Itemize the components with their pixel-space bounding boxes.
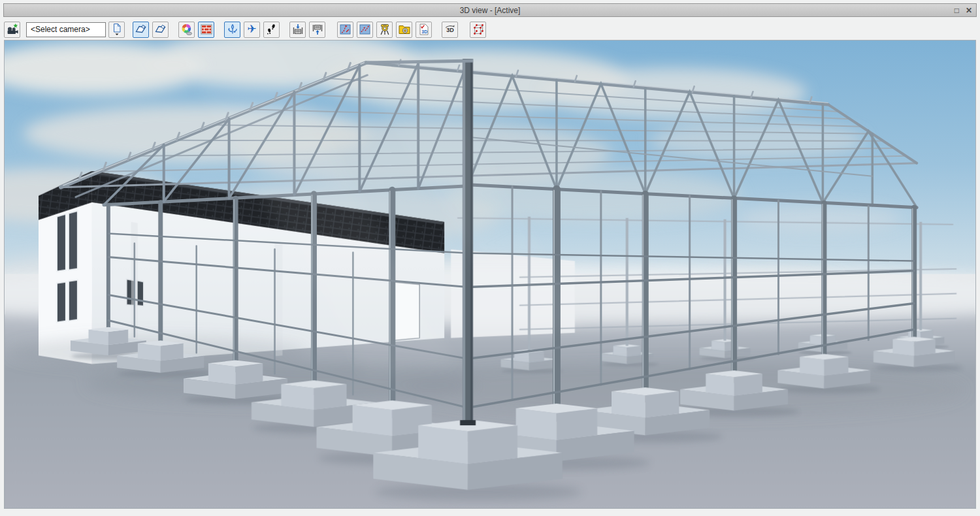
bricks-icon	[200, 23, 213, 36]
svg-text:3D: 3D	[421, 29, 427, 34]
press-up-icon	[311, 23, 324, 36]
rotate-3d-view-button[interactable]: 3D	[442, 22, 458, 38]
camera-tripod-button[interactable]	[376, 22, 393, 38]
view-toolbar: <Select camera>	[4, 20, 976, 39]
viewport-3d-scene	[5, 40, 975, 508]
close-button[interactable]: ✕	[966, 7, 972, 14]
press-down-icon	[291, 23, 304, 36]
tripod-camera-icon	[378, 23, 391, 36]
camera-press-up-button[interactable]	[309, 22, 325, 38]
camera-press-down-button[interactable]	[289, 22, 306, 38]
export-3d-button[interactable]: 3D	[416, 22, 432, 38]
path-arrows-icon	[359, 23, 372, 36]
work-area-grid-button[interactable]	[470, 22, 486, 38]
document-3d-icon: 3D	[417, 23, 431, 36]
snapshot-button[interactable]	[396, 22, 412, 38]
orbit-pin-icon	[226, 23, 239, 36]
path-arrow-up-icon	[339, 23, 352, 36]
orbit-mode-button[interactable]	[224, 22, 240, 38]
camera-select[interactable]: <Select camera>	[26, 22, 106, 37]
movie-camera-plus-icon	[6, 23, 19, 36]
record-flight-path-button[interactable]	[337, 22, 353, 38]
footsteps-icon	[265, 23, 278, 36]
camera-preset-dropdown-button[interactable]	[108, 22, 125, 38]
viewport-3d[interactable]	[4, 40, 976, 509]
play-flight-path-button[interactable]	[357, 22, 373, 38]
box-edit-icon	[135, 23, 148, 36]
window-title: 3D view - [Active]	[460, 6, 521, 15]
fly-mode-button[interactable]: ✈	[244, 22, 260, 38]
page-dropdown-icon	[110, 23, 123, 36]
svg-text:3D: 3D	[446, 27, 454, 33]
window-controls: □ ✕	[955, 4, 972, 16]
color-sphere-icon	[180, 23, 193, 36]
textures-button[interactable]	[198, 22, 214, 38]
app-window: { "window": { "title": "3D view - [Activ…	[0, 0, 980, 516]
folder-camera-icon	[398, 23, 411, 36]
wireframe-view-button[interactable]	[152, 22, 169, 38]
walk-mode-button[interactable]	[263, 22, 280, 38]
rendered-view-button[interactable]	[133, 22, 149, 38]
airplane-icon: ✈	[247, 24, 256, 35]
lattice-icon	[472, 23, 485, 36]
box-outline-edit-icon	[154, 23, 167, 36]
render-options-button[interactable]	[178, 22, 195, 38]
title-bar[interactable]: 3D view - [Active] □ ✕	[3, 3, 977, 17]
camera-select-value: <Select camera>	[31, 25, 90, 34]
rotate-3d-icon: 3D	[444, 23, 457, 36]
create-camera-button[interactable]	[4, 22, 20, 38]
restore-button[interactable]: □	[955, 7, 959, 14]
